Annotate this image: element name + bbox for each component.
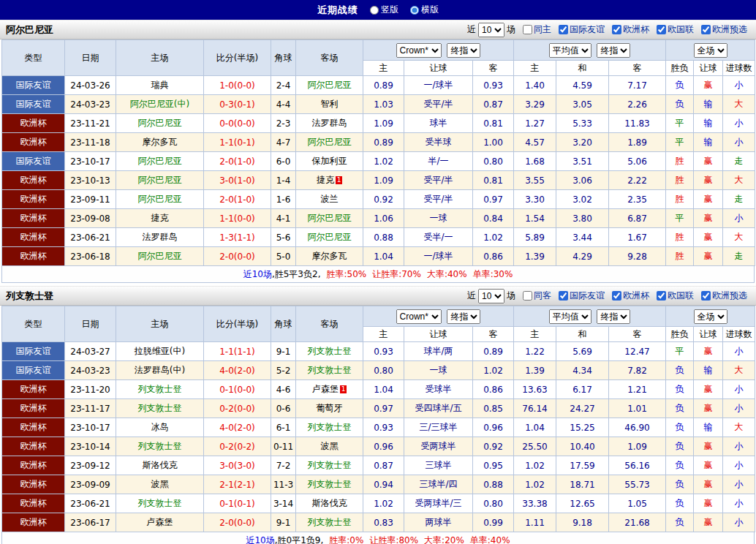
away-team-cell[interactable]: 波黑: [296, 437, 363, 456]
home-team-cell[interactable]: 拉脱维亚(中): [116, 342, 204, 361]
team-link[interactable]: 阿尔巴尼亚: [308, 232, 352, 242]
home-team-cell[interactable]: 阿尔巴尼亚: [116, 152, 204, 171]
away-team-cell[interactable]: 列支敦士登: [296, 475, 363, 494]
league-filter-eurocup[interactable]: 欧洲杯: [607, 290, 649, 302]
home-team-cell[interactable]: 阿尔巴尼亚: [116, 171, 204, 190]
home-team-cell[interactable]: 列支敦士登: [116, 494, 204, 513]
league-filter-friendly[interactable]: 国际友谊: [553, 23, 605, 36]
team-link[interactable]: 法罗群岛(中): [135, 365, 185, 375]
away-team-cell[interactable]: 摩尔多瓦: [296, 247, 363, 266]
home-team-cell[interactable]: 瑞典: [116, 76, 204, 95]
home-team-cell[interactable]: 阿尔巴尼亚: [116, 114, 204, 133]
team-link[interactable]: 卢森堡: [312, 384, 339, 394]
team-link[interactable]: 列支敦士登: [138, 498, 182, 508]
team-link[interactable]: 阿尔巴尼亚(中): [130, 99, 189, 109]
home-team-cell[interactable]: 斯洛伐克: [116, 456, 204, 475]
team-link[interactable]: 法罗群岛: [312, 118, 347, 128]
team-link[interactable]: 列支敦士登: [308, 479, 352, 489]
away-team-cell[interactable]: 阿尔巴尼亚: [296, 133, 363, 152]
fulltime-select[interactable]: 全场: [694, 43, 727, 58]
league-filter-euroqualifier[interactable]: 欧洲预选: [696, 290, 747, 302]
team-link[interactable]: 列支敦士登: [308, 517, 352, 527]
home-team-cell[interactable]: 法罗群岛(中): [116, 361, 204, 380]
nationsleague-checkbox[interactable]: [657, 291, 666, 301]
recent-count-select[interactable]: 10: [478, 289, 504, 303]
horizontal-radio[interactable]: [410, 6, 419, 15]
league-filter-euroqualifier[interactable]: 欧洲预选: [696, 23, 747, 36]
vertical-radio[interactable]: [370, 6, 379, 15]
team-link[interactable]: 波黑: [151, 479, 169, 489]
team-link[interactable]: 列支敦士登: [308, 460, 352, 470]
team-link[interactable]: 斯洛伐克: [312, 498, 347, 508]
team-link[interactable]: 捷克: [151, 213, 169, 223]
bookmaker-select[interactable]: Crown*: [396, 309, 442, 324]
away-team-cell[interactable]: 列支敦士登: [296, 361, 363, 380]
bookmaker-select[interactable]: Crown*: [396, 43, 442, 58]
team-link[interactable]: 列支敦士登: [138, 403, 182, 413]
team-link[interactable]: 阿尔巴尼亚: [138, 156, 182, 166]
team-link[interactable]: 列支敦士登: [308, 422, 352, 432]
away-team-cell[interactable]: 阿尔巴尼亚: [296, 209, 363, 228]
away-team-cell[interactable]: 保加利亚: [296, 152, 363, 171]
eurocup-checkbox[interactable]: [612, 25, 621, 34]
team-link[interactable]: 摩尔多瓦: [312, 251, 347, 261]
home-team-cell[interactable]: 卢森堡: [116, 513, 204, 532]
team-link[interactable]: 阿尔巴尼亚: [308, 213, 352, 223]
layout-option-horizontal[interactable]: 横版: [410, 4, 439, 16]
team-link[interactable]: 列支敦士登: [308, 346, 352, 356]
friendly-checkbox[interactable]: [559, 25, 568, 34]
friendly-checkbox[interactable]: [559, 291, 568, 301]
team-link[interactable]: 智利: [321, 99, 339, 109]
final-odds-select[interactable]: 终指: [597, 43, 630, 58]
team-link[interactable]: 列支敦士登: [308, 365, 352, 375]
home-team-cell[interactable]: 波黑: [116, 475, 204, 494]
home-team-cell[interactable]: 阿尔巴尼亚: [116, 247, 204, 266]
away-team-cell[interactable]: 捷克1: [296, 171, 363, 190]
final-odds-select[interactable]: 终指: [597, 309, 630, 324]
team-link[interactable]: 葡萄牙: [317, 403, 343, 413]
away-team-cell[interactable]: 法罗群岛: [296, 114, 363, 133]
home-team-cell[interactable]: 捷克: [116, 209, 204, 228]
away-team-cell[interactable]: 斯洛伐克: [296, 494, 363, 513]
same-venue-filter[interactable]: 同客: [518, 290, 551, 302]
home-team-cell[interactable]: 列支敦士登: [116, 399, 204, 418]
team-link[interactable]: 阿尔巴尼亚: [308, 80, 352, 90]
euroqualifier-checkbox[interactable]: [701, 25, 711, 34]
team-link[interactable]: 保加利亚: [312, 156, 347, 166]
home-team-cell[interactable]: 法罗群岛: [116, 228, 204, 247]
team-link[interactable]: 捷克: [317, 175, 334, 185]
away-team-cell[interactable]: 智利: [296, 95, 363, 114]
team-link[interactable]: 列支敦士登: [138, 384, 182, 394]
team-link[interactable]: 斯洛伐克: [143, 460, 178, 470]
league-filter-nationsleague[interactable]: 欧国联: [651, 23, 694, 36]
home-team-cell[interactable]: 列支敦士登: [116, 437, 204, 456]
same-venue-filter[interactable]: 同主: [518, 23, 551, 36]
eurocup-checkbox[interactable]: [612, 291, 621, 301]
team-link[interactable]: 列支敦士登: [138, 441, 182, 451]
team-link[interactable]: 波黑: [321, 441, 339, 451]
final-odds-select[interactable]: 终指: [447, 309, 480, 324]
team-link[interactable]: 摩尔多瓦: [143, 137, 178, 147]
home-team-cell[interactable]: 列支敦士登: [116, 380, 204, 399]
league-filter-nationsleague[interactable]: 欧国联: [651, 290, 694, 302]
fulltime-select[interactable]: 全场: [694, 309, 727, 324]
team-link[interactable]: 卢森堡: [147, 517, 173, 527]
away-team-cell[interactable]: 卢森堡1: [296, 380, 363, 399]
team-link[interactable]: 阿尔巴尼亚: [138, 194, 182, 204]
average-select[interactable]: 平均值: [549, 43, 591, 58]
home-team-cell[interactable]: 冰岛: [116, 418, 204, 437]
euroqualifier-checkbox[interactable]: [701, 291, 711, 301]
away-team-cell[interactable]: 阿尔巴尼亚: [296, 228, 363, 247]
away-team-cell[interactable]: 列支敦士登: [296, 418, 363, 437]
team-link[interactable]: 阿尔巴尼亚: [138, 118, 182, 128]
average-select[interactable]: 平均值: [549, 309, 591, 324]
home-team-cell[interactable]: 阿尔巴尼亚: [116, 190, 204, 209]
team-link[interactable]: 法罗群岛: [143, 232, 178, 242]
away-team-cell[interactable]: 葡萄牙: [296, 399, 363, 418]
recent-count-select[interactable]: 10: [478, 23, 504, 37]
team-link[interactable]: 阿尔巴尼亚: [308, 137, 352, 147]
final-odds-select[interactable]: 终指: [447, 43, 480, 58]
league-filter-eurocup[interactable]: 欧洲杯: [607, 23, 649, 36]
away-team-cell[interactable]: 列支敦士登: [296, 513, 363, 532]
away-team-cell[interactable]: 列支敦士登: [296, 456, 363, 475]
